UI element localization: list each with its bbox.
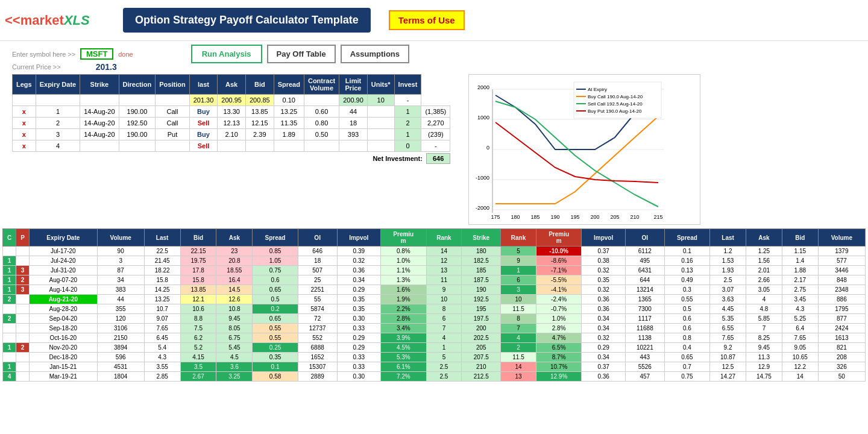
table-row: Oct-16-2021506.456.26.750.555520.293.9%4… (3, 333, 866, 343)
th-impvol-put: Impvol (582, 229, 626, 247)
table-row: x 2 14-Aug-20 192.50 Call Sell 12.13 12.… (13, 118, 450, 129)
table-row: x 4 Sell 0 - (13, 140, 450, 152)
th-strike: Strike (80, 75, 119, 95)
done-label: done (118, 51, 133, 58)
table-row: 12Aug-07-203415.815.816.40.6250.341.3%11… (3, 275, 866, 285)
svg-text:215: 215 (654, 214, 663, 220)
legs-table-section: Legs Expiry Date Strike Direction Positi… (12, 74, 450, 225)
table-row: 4Mar-19-2118042.852.673.250.5828890.307.… (3, 372, 866, 382)
th-volume: Volume (97, 229, 144, 247)
th-last: last (189, 75, 218, 95)
svg-text:0: 0 (486, 145, 489, 151)
th-units: Units* (367, 75, 394, 95)
th-premium-put: Premium (536, 229, 581, 247)
symbol-input[interactable] (80, 48, 113, 60)
run-analysis-button[interactable]: Run Analysis (191, 45, 262, 63)
th-volume-put: Volume (818, 229, 865, 247)
table-row: 12Nov-20-2038945.45.25.450.2568880.294.5… (3, 343, 866, 353)
delete-leg1[interactable]: x (22, 108, 26, 115)
th-last-main: Last (144, 229, 180, 247)
table-row: 1Jan-15-2145313.553.53.60.1153070.336.1%… (3, 362, 866, 372)
th-oi-put: OI (625, 229, 664, 247)
th-direction: Direction (119, 75, 156, 95)
svg-text:205: 205 (611, 214, 620, 220)
svg-text:-1000: -1000 (476, 175, 489, 181)
table-row: 2Aug-21-204413.2512.112.60.5550.351.9%10… (3, 295, 866, 304)
table-row: 1Jul-24-20321.4519.7520.81.05180.321.0%1… (3, 256, 866, 266)
th-c: C (3, 229, 16, 247)
th-spread-main: Spread (253, 229, 298, 247)
table-row: 13Jul-31-208718.2217.818.550.755070.361.… (3, 266, 866, 275)
payoff-chart: 2000 1000 0 -1000 -2000 175 180 185 190 … (468, 74, 700, 225)
logo-xls: XLS (64, 13, 90, 28)
app-logo: <<marketXLS (5, 13, 113, 28)
current-price-value: 201.3 (96, 62, 117, 72)
app-title: Option Strategy Payoff Calculator Templa… (123, 8, 371, 33)
th-expiry-date: Expiry Date (30, 229, 98, 247)
payoff-table-button[interactable]: Pay Off Table (267, 45, 336, 63)
th-rank-put: Rank (501, 229, 536, 247)
svg-text:185: 185 (531, 214, 540, 220)
table-row: x 3 14-Aug-20 190.00 Put Buy 2.10 2.39 1… (13, 129, 450, 140)
th-strike: Strike (462, 229, 501, 247)
logo-bracket: < (5, 13, 13, 28)
th-ask-put: Ask (746, 229, 782, 247)
th-rank-call: Rank (426, 229, 462, 247)
table-row: Dec-18-205964.34.154.50.3516520.335.3%52… (3, 353, 866, 362)
svg-text:Buy Put 190.0 Aug-14-20: Buy Put 190.0 Aug-14-20 (588, 108, 642, 114)
table-row: 13Aug-14-2038314.2513.8514.50.6522510.29… (3, 285, 866, 295)
th-limit: LimitPrice (339, 75, 368, 95)
th-expiry: Expiry Date (36, 75, 80, 95)
svg-text:2000: 2000 (477, 84, 489, 90)
terms-button[interactable]: Terms of Use (389, 10, 465, 30)
th-ask-main: Ask (216, 229, 253, 247)
logo-market: <market (13, 13, 64, 28)
table-row: 2Sep-04-201209.078.89.450.65720.302.8%61… (3, 314, 866, 324)
th-legs: Legs (13, 75, 36, 95)
th-last-put: Last (710, 229, 746, 247)
th-bid-put: Bid (782, 229, 818, 247)
delete-leg4[interactable]: x (22, 142, 26, 149)
th-bid-main: Bid (180, 229, 216, 247)
svg-text:Sell Call 192.5 Aug-14-20: Sell Call 192.5 Aug-14-20 (588, 101, 643, 107)
svg-text:1000: 1000 (477, 115, 489, 121)
svg-text:-2000: -2000 (476, 205, 489, 211)
main-data-section: C P Expiry Date Volume Last Bid Ask Spre… (0, 226, 868, 382)
th-bid: Bid (245, 75, 274, 95)
main-options-table: C P Expiry Date Volume Last Bid Ask Spre… (2, 228, 866, 382)
th-cvol: ContractVolume (304, 75, 339, 95)
svg-text:Buy Call 190.0 Aug-14-20: Buy Call 190.0 Aug-14-20 (588, 94, 643, 99)
th-invest: Invest (394, 75, 421, 95)
enter-symbol-label: Enter symbol here >> (12, 51, 75, 58)
current-price-label: Current Price >> (12, 63, 61, 71)
table-row: Aug-28-2035510.710.610.80.258740.352.2%8… (3, 304, 866, 314)
assumptions-button[interactable]: Assumptions (341, 45, 409, 63)
svg-text:195: 195 (571, 214, 580, 220)
svg-text:190: 190 (551, 214, 560, 220)
net-investment-value: 646 (426, 153, 450, 164)
delete-leg3[interactable]: x (22, 131, 26, 138)
th-spread: Spread (274, 75, 304, 95)
svg-text:180: 180 (511, 214, 520, 220)
svg-text:200: 200 (591, 214, 600, 220)
table-row: 201.30 200.95 200.85 0.10 200.90 10 - (13, 95, 450, 106)
table-row: Sep-18-2031067.657.58.050.55127370.333.4… (3, 324, 866, 333)
table-row: x 1 14-Aug-20 190.00 Call Buy 13.30 13.8… (13, 106, 450, 118)
delete-leg2[interactable]: x (22, 119, 26, 127)
svg-text:At Expiry: At Expiry (588, 87, 607, 92)
th-ask: Ask (218, 75, 246, 95)
table-row: Jul-17-209022.522.15230.856460.390.8%141… (3, 247, 866, 256)
th-p: P (16, 229, 30, 247)
svg-text:175: 175 (491, 214, 500, 220)
th-oi: OI (298, 229, 337, 247)
th-premium: Premium (381, 229, 426, 247)
chart-svg: 2000 1000 0 -1000 -2000 175 180 185 190 … (471, 77, 697, 222)
th-position: Position (156, 75, 189, 95)
th-spread-put: Spread (664, 229, 709, 247)
net-investment-label: Net Investment: (373, 155, 423, 162)
th-impvol: Impvol (337, 229, 381, 247)
legs-table: Legs Expiry Date Strike Direction Positi… (12, 74, 450, 152)
svg-text:210: 210 (631, 214, 640, 220)
